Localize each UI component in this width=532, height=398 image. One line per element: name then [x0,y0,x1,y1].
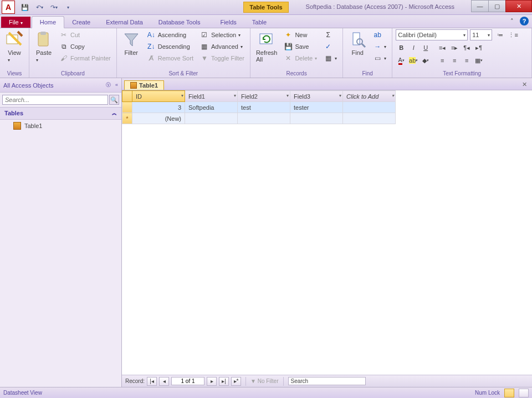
goto-button[interactable]: →▾ [371,41,388,52]
cell-field3[interactable]: tester [290,102,343,113]
cell-field1[interactable]: Softpedia [185,102,238,113]
column-dropdown-icon[interactable]: ▾ [181,93,183,98]
delete-record-button[interactable]: ✕Delete ▾ [282,53,319,64]
minimize-ribbon-button[interactable]: ˄ [508,17,516,25]
row-selector-new[interactable]: * [122,113,132,124]
qat-save-button[interactable]: 💾 [19,1,31,13]
new-record-button[interactable]: ✦New [282,29,319,40]
tab-external-data[interactable]: External Data [98,17,151,28]
record-next-button[interactable]: ▸ [207,377,217,386]
tab-table[interactable]: Table [244,17,274,28]
highlight-button[interactable]: ab▾ [408,55,419,66]
descending-button[interactable]: Z↓Descending [145,41,196,52]
nav-header[interactable]: All Access Objects ⓥ « [0,78,121,93]
record-search-input[interactable]: Search [288,377,366,385]
italic-button[interactable]: I [408,42,419,53]
minimize-button[interactable]: — [471,0,489,12]
fill-color-button[interactable]: ◆▾ [420,55,431,66]
cell-empty[interactable] [343,102,396,113]
datasheet-grid[interactable]: ID▾ Field1▾ Field2▾ Field3▾ Click to Add… [122,90,532,375]
column-dropdown-icon[interactable]: ▾ [287,93,289,98]
record-position-input[interactable] [171,377,204,385]
increase-indent-button[interactable]: ≡▸ [449,42,460,53]
underline-button[interactable]: U [420,42,431,53]
save-record-button[interactable]: 💾Save [282,41,319,52]
qat-customize-button[interactable]: ▾ [62,1,74,13]
nav-item-table1[interactable]: Table1 [0,120,121,132]
tab-home[interactable]: Home [32,16,64,28]
refresh-all-button[interactable]: Refresh All [254,29,280,64]
cell-id[interactable]: 3 [132,102,185,113]
qat-redo-button[interactable]: ↷▾ [48,1,60,13]
cut-button[interactable]: ✂Cut [57,29,113,40]
nav-category-tables[interactable]: Tables ︽ [0,107,121,120]
filter-button[interactable]: Filter [120,29,142,57]
toggle-filter-button[interactable]: ▼Toggle Filter [198,53,247,64]
maximize-button[interactable]: ▢ [488,0,506,12]
view-button[interactable]: View▾ [3,29,25,64]
decrease-indent-button[interactable]: ≡◂ [437,42,448,53]
bold-button[interactable]: B [396,42,407,53]
column-header-field3[interactable]: Field3▾ [290,91,343,102]
cell-empty[interactable] [238,113,290,124]
column-dropdown-icon[interactable]: ▾ [392,93,394,98]
record-last-button[interactable]: ▸| [219,377,229,386]
table-row[interactable]: 3 Softpedia test tester [122,102,396,113]
table-new-row[interactable]: * (New) [122,113,396,124]
numbering-button[interactable]: ⋮≡ [508,29,519,40]
ascending-button[interactable]: A↓Ascending [145,29,196,40]
tab-database-tools[interactable]: Database Tools [151,17,208,28]
close-button[interactable]: ✕ [505,0,532,12]
document-close-button[interactable]: ✕ [520,80,529,89]
qat-undo-button[interactable]: ↶▾ [33,1,45,13]
select-all-cell[interactable] [122,91,132,102]
tab-fields[interactable]: Fields [212,17,244,28]
nav-search-button[interactable]: 🔍 [109,95,119,105]
datasheet-view-button[interactable] [504,389,514,397]
column-header-id[interactable]: ID▾ [132,91,185,102]
select-button[interactable]: ▭▾ [371,53,388,64]
bullets-button[interactable]: ≔ [494,29,505,40]
column-header-field1[interactable]: Field1▾ [185,91,238,102]
gridlines-button[interactable]: ▦▾ [473,55,484,66]
help-button[interactable]: ? [520,17,529,25]
row-selector[interactable] [122,102,132,113]
align-center-button[interactable]: ≡ [449,55,460,66]
tab-create[interactable]: Create [64,17,98,28]
column-dropdown-icon[interactable]: ▾ [234,93,236,98]
cell-id-new[interactable]: (New) [132,113,185,124]
design-view-button[interactable] [519,389,529,397]
record-new-button[interactable]: ▸* [231,377,241,386]
ltr-button[interactable]: ▸¶ [473,42,484,53]
advanced-button[interactable]: ▦Advanced ▾ [198,41,247,52]
totals-button[interactable]: Σ [321,29,339,40]
document-tab-table1[interactable]: Table1 [124,80,164,90]
column-header-field2[interactable]: Field2▾ [238,91,290,102]
column-dropdown-icon[interactable]: ▾ [339,93,341,98]
find-button[interactable]: Find [346,29,369,57]
cell-field2[interactable]: test [238,102,290,113]
copy-button[interactable]: ⧉Copy [57,41,113,52]
font-select[interactable]: Calibri (Detail)▾ [396,29,468,40]
no-filter-indicator[interactable]: ▼ No Filter [250,378,278,384]
tab-file[interactable]: File ▾ [1,17,30,28]
align-left-button[interactable]: ≡ [437,55,448,66]
replace-button[interactable]: ab [371,29,388,40]
font-size-select[interactable]: 11▾ [470,29,492,40]
record-first-button[interactable]: |◂ [147,377,157,386]
more-button[interactable]: ▦▾ [321,53,339,64]
remove-sort-button[interactable]: A̸Remove Sort [145,53,196,64]
font-color-button[interactable]: A▾ [396,55,407,66]
paste-button[interactable]: Paste▾ [33,29,55,64]
nav-dropdown-icon[interactable]: ⓥ « [106,81,118,89]
cell-empty[interactable] [343,113,396,124]
cell-empty[interactable] [185,113,238,124]
cell-empty[interactable] [290,113,343,124]
record-prev-button[interactable]: ◂ [159,377,169,386]
format-painter-button[interactable]: 🖌Format Painter [57,53,113,64]
text-direction-button[interactable]: ¶◂ [461,42,472,53]
spelling-button[interactable]: ✓ [321,41,339,52]
align-right-button[interactable]: ≡ [461,55,472,66]
selection-button[interactable]: ☑Selection ▾ [198,29,247,40]
column-header-add[interactable]: Click to Add▾ [343,91,396,102]
